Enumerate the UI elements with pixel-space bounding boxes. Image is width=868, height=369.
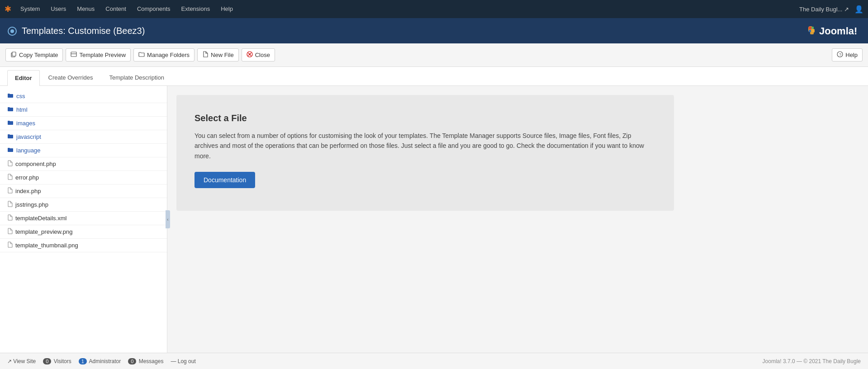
manage-folders-icon: [138, 51, 145, 59]
tree-item-javascript[interactable]: javascript: [0, 130, 167, 144]
joomla-logo-svg: Joomla!: [806, 22, 861, 40]
messages-label: Messages: [139, 358, 164, 364]
svg-rect-5: [809, 30, 811, 32]
tree-label-template-preview-png: template_preview.png: [15, 228, 72, 235]
tree-label-css: css: [16, 93, 25, 99]
tab-editor[interactable]: Editor: [7, 70, 40, 86]
help-icon: ?: [837, 51, 843, 59]
main-content: css html images javascript: [0, 86, 868, 353]
title-bar-left: Templates: Customise (Beez3): [7, 25, 145, 36]
template-preview-label: Template Preview: [79, 52, 126, 58]
footer-right: Joomla! 3.7.0 — © 2021 The Daily Bugle: [763, 358, 861, 364]
tree-label-index-php: index.php: [15, 188, 41, 194]
file-icon-component: [7, 160, 13, 168]
nav-extensions[interactable]: Extensions: [177, 0, 215, 18]
folder-icon-language: [7, 147, 14, 154]
tree-item-html[interactable]: html: [0, 103, 167, 117]
template-preview-button[interactable]: Template Preview: [66, 48, 131, 62]
select-file-card: Select a File You can select from a numb…: [176, 95, 674, 211]
tab-create-overrides[interactable]: Create Overrides: [41, 70, 101, 85]
select-file-heading: Select a File: [194, 113, 656, 123]
site-label: The Daily Bugl...: [799, 6, 842, 13]
toolbar-left: Copy Template Template Preview Manage Fo…: [5, 48, 275, 62]
tree-label-error-php: error.php: [15, 174, 39, 181]
footer-left: ↗ View Site 0 Visitors 1 Administrator 0…: [7, 358, 196, 364]
new-file-button[interactable]: New File: [197, 48, 239, 62]
file-icon-templatedetails: [7, 214, 13, 222]
external-link-icon: ↗: [844, 6, 849, 13]
tree-label-images: images: [16, 120, 35, 127]
file-area-wrapper: css html images javascript: [0, 86, 167, 353]
file-icon-index: [7, 187, 13, 195]
page-title: Templates: Customise (Beez3): [22, 26, 145, 36]
tab-template-description[interactable]: Template Description: [102, 70, 172, 85]
tree-item-templatedetails-xml[interactable]: templateDetails.xml: [0, 212, 167, 225]
file-tree: css html images javascript: [0, 86, 167, 353]
tree-label-javascript: javascript: [16, 133, 41, 140]
top-navbar-right: The Daily Bugl... ↗ 👤: [799, 5, 863, 14]
folder-icon-images: [7, 119, 14, 127]
manage-folders-button[interactable]: Manage Folders: [133, 48, 194, 62]
collapse-handle[interactable]: ‹: [166, 210, 170, 228]
copy-template-label: Copy Template: [19, 52, 58, 58]
nav-components[interactable]: Components: [133, 0, 175, 18]
tree-item-index-php[interactable]: index.php: [0, 184, 167, 198]
title-bar: Templates: Customise (Beez3) Joomla!: [0, 18, 868, 43]
tree-item-language[interactable]: language: [0, 144, 167, 157]
folder-icon-html: [7, 106, 14, 114]
site-link[interactable]: The Daily Bugl... ↗: [799, 6, 849, 13]
view-site-link[interactable]: ↗ View Site: [7, 358, 36, 364]
visitors-count-badge: 0: [43, 358, 51, 364]
close-label: Close: [255, 52, 270, 58]
footer: ↗ View Site 0 Visitors 1 Administrator 0…: [0, 353, 868, 369]
file-icon-template-preview: [7, 228, 13, 236]
view-site-icon: ↗: [7, 358, 13, 364]
tree-label-template-thumbnail-png: template_thumbnail.png: [15, 242, 78, 249]
documentation-button[interactable]: Documentation: [194, 172, 255, 188]
new-file-label: New File: [211, 52, 234, 58]
tree-item-jsstrings-php[interactable]: jsstrings.php: [0, 198, 167, 212]
toolbar-right: ? Help: [832, 48, 863, 62]
help-button[interactable]: ? Help: [832, 48, 863, 62]
new-file-icon: [202, 51, 209, 59]
user-icon[interactable]: 👤: [854, 5, 863, 14]
copy-template-button[interactable]: Copy Template: [5, 48, 63, 62]
tree-item-template-preview-png[interactable]: template_preview.png: [0, 225, 167, 239]
tree-label-html: html: [16, 106, 28, 113]
tree-label-language: language: [16, 147, 41, 154]
svg-rect-8: [12, 52, 16, 56]
nav-help[interactable]: Help: [216, 0, 237, 18]
brand-icon: ✱: [5, 4, 11, 14]
svg-text:?: ?: [839, 52, 841, 57]
tree-item-error-php[interactable]: error.php: [0, 171, 167, 184]
content-panel: Select a File You can select from a numb…: [167, 86, 868, 353]
file-icon-template-thumbnail: [7, 241, 13, 249]
close-icon: [247, 51, 253, 59]
admin-count-badge: 1: [79, 358, 87, 364]
joomla-logo: Joomla!: [806, 22, 861, 40]
tree-item-template-thumbnail-png[interactable]: template_thumbnail.png: [0, 239, 167, 252]
top-navbar-left: ✱ System Users Menus Content Components …: [5, 0, 237, 18]
nav-users[interactable]: Users: [46, 0, 71, 18]
svg-rect-6: [811, 29, 814, 32]
template-preview-icon: [71, 51, 77, 59]
view-site-label: View Site: [13, 358, 36, 364]
messages-badge-item: 0 Messages: [128, 358, 163, 364]
svg-rect-4: [811, 27, 814, 29]
tree-label-templatedetails-xml: templateDetails.xml: [15, 215, 66, 222]
tree-item-images[interactable]: images: [0, 117, 167, 130]
logout-link[interactable]: — Log out: [171, 358, 195, 364]
folder-icon: [7, 92, 14, 100]
nav-content[interactable]: Content: [101, 0, 131, 18]
copyright-text: Joomla! 3.7.0 — © 2021 The Daily Bugle: [763, 358, 861, 364]
visitors-label: Visitors: [54, 358, 71, 364]
tree-item-component-php[interactable]: component.php: [0, 157, 167, 171]
tree-item-css[interactable]: css: [0, 90, 167, 103]
tabs-bar: Editor Create Overrides Template Descrip…: [0, 67, 868, 86]
nav-menus[interactable]: Menus: [72, 0, 99, 18]
file-icon-error: [7, 174, 13, 181]
template-icon: [7, 25, 17, 36]
nav-system[interactable]: System: [16, 0, 44, 18]
close-button[interactable]: Close: [242, 48, 275, 62]
logout-label: Log out: [178, 358, 196, 364]
